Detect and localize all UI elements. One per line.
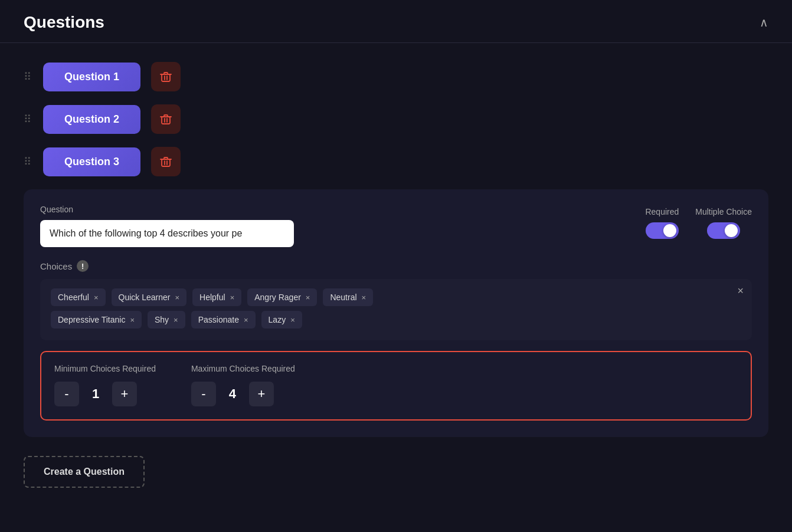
question-2-button[interactable]: Question 2 bbox=[43, 105, 140, 134]
tag-helpful-label: Helpful bbox=[199, 293, 225, 302]
choices-tags-row-2: Depressive Titanic × Shy × Passionate × bbox=[51, 311, 741, 329]
required-toggle-group: Required bbox=[645, 207, 679, 239]
tag-angry-rager-remove[interactable]: × bbox=[306, 294, 310, 301]
min-increment-button[interactable]: + bbox=[112, 382, 137, 406]
tag-neutral-remove[interactable]: × bbox=[362, 294, 366, 301]
tag-shy-label: Shy bbox=[155, 315, 169, 324]
drag-handle-2[interactable]: ⠿ bbox=[24, 114, 32, 124]
choices-label-row: Choices ! bbox=[40, 260, 752, 272]
tag-passionate-remove[interactable]: × bbox=[244, 316, 248, 324]
tag-cheerful: Cheerful × bbox=[51, 288, 106, 306]
tag-quick-learner-remove[interactable]: × bbox=[175, 294, 179, 301]
tag-cheerful-remove[interactable]: × bbox=[94, 294, 99, 301]
min-max-section: Minimum Choices Required - 1 + Maximum C… bbox=[40, 351, 752, 421]
question-row-1: ⠿ Question 1 bbox=[24, 62, 768, 91]
multiple-choice-toggle-group: Multiple Choice bbox=[695, 207, 752, 239]
question-row-3: ⠿ Question 3 bbox=[24, 147, 768, 176]
svg-rect-1 bbox=[162, 117, 170, 124]
choices-box: Cheerful × Quick Learner × Helpful × A bbox=[40, 279, 752, 340]
required-toggle-knob bbox=[663, 224, 676, 237]
question-input[interactable] bbox=[40, 220, 294, 247]
tag-passionate: Passionate × bbox=[191, 311, 256, 329]
delete-question-1-button[interactable] bbox=[151, 62, 181, 91]
trash-icon bbox=[159, 70, 172, 83]
multiple-choice-toggle[interactable] bbox=[707, 222, 740, 239]
tag-cheerful-label: Cheerful bbox=[58, 293, 89, 302]
question-1-button[interactable]: Question 1 bbox=[43, 63, 140, 91]
tag-neutral-label: Neutral bbox=[330, 293, 356, 302]
min-value: 1 bbox=[85, 386, 106, 402]
tag-angry-rager-label: Angry Rager bbox=[254, 293, 301, 302]
tag-lazy-remove[interactable]: × bbox=[290, 316, 295, 324]
question-3-button[interactable]: Question 3 bbox=[43, 147, 140, 176]
tag-quick-learner: Quick Learner × bbox=[112, 288, 187, 306]
tag-quick-learner-label: Quick Learner bbox=[119, 293, 171, 302]
main-content: ⠿ Question 1 ⠿ Question 2 bbox=[0, 43, 792, 507]
page-title: Questions bbox=[24, 13, 104, 32]
drag-handle-1[interactable]: ⠿ bbox=[24, 71, 32, 82]
question-field-label: Question bbox=[40, 205, 621, 214]
tag-neutral: Neutral × bbox=[323, 288, 373, 306]
trash-icon bbox=[159, 155, 172, 168]
delete-question-2-button[interactable] bbox=[151, 104, 181, 134]
max-stepper: - 4 + bbox=[191, 382, 295, 406]
tag-lazy-label: Lazy bbox=[269, 315, 286, 324]
question-field-wrap: Question bbox=[40, 205, 621, 247]
toggles-wrap: Required Multiple Choice bbox=[645, 205, 752, 239]
required-label: Required bbox=[645, 207, 679, 216]
svg-rect-2 bbox=[162, 159, 170, 166]
max-label: Maximum Choices Required bbox=[191, 364, 295, 373]
min-stepper-group: Minimum Choices Required - 1 + bbox=[54, 364, 156, 406]
min-label: Minimum Choices Required bbox=[54, 364, 156, 373]
tag-lazy: Lazy × bbox=[261, 311, 302, 329]
editor-top: Question Required Multiple Choice bbox=[40, 205, 752, 247]
choices-label: Choices bbox=[40, 261, 72, 271]
max-stepper-group: Maximum Choices Required - 4 + bbox=[191, 364, 295, 406]
multiple-choice-toggle-knob bbox=[725, 224, 738, 237]
question-editor: Question Required Multiple Choice bbox=[24, 189, 768, 437]
tag-helpful-remove[interactable]: × bbox=[230, 294, 235, 301]
header: Questions ∧ bbox=[0, 0, 792, 43]
tag-helpful: Helpful × bbox=[192, 288, 241, 306]
drag-handle-3[interactable]: ⠿ bbox=[24, 156, 32, 167]
choices-close-button[interactable]: × bbox=[737, 285, 744, 297]
max-value: 4 bbox=[222, 386, 243, 402]
svg-rect-0 bbox=[162, 74, 170, 81]
min-stepper: - 1 + bbox=[54, 382, 156, 406]
max-increment-button[interactable]: + bbox=[249, 382, 274, 406]
delete-question-3-button[interactable] bbox=[151, 147, 181, 176]
tag-passionate-label: Passionate bbox=[198, 315, 239, 324]
required-toggle[interactable] bbox=[646, 222, 679, 239]
min-decrement-button[interactable]: - bbox=[54, 382, 79, 406]
trash-icon bbox=[159, 113, 172, 126]
tag-depressive-titanic-remove[interactable]: × bbox=[130, 316, 135, 324]
choices-tags-row: Cheerful × Quick Learner × Helpful × A bbox=[51, 288, 741, 306]
choices-section: Choices ! Cheerful × Quick Learner × bbox=[40, 260, 752, 421]
max-decrement-button[interactable]: - bbox=[191, 382, 216, 406]
choices-info-icon[interactable]: ! bbox=[77, 260, 89, 272]
multiple-choice-label: Multiple Choice bbox=[695, 207, 752, 216]
tag-shy: Shy × bbox=[148, 311, 185, 329]
tag-angry-rager: Angry Rager × bbox=[247, 288, 317, 306]
create-question-button[interactable]: Create a Question bbox=[24, 456, 145, 488]
page: Questions ∧ ⠿ Question 1 ⠿ Question 2 bbox=[0, 0, 792, 532]
tag-shy-remove[interactable]: × bbox=[174, 316, 178, 324]
tag-depressive-titanic-label: Depressive Titanic bbox=[58, 315, 125, 324]
question-row-2: ⠿ Question 2 bbox=[24, 104, 768, 134]
tag-depressive-titanic: Depressive Titanic × bbox=[51, 311, 142, 329]
collapse-icon[interactable]: ∧ bbox=[760, 15, 768, 29]
